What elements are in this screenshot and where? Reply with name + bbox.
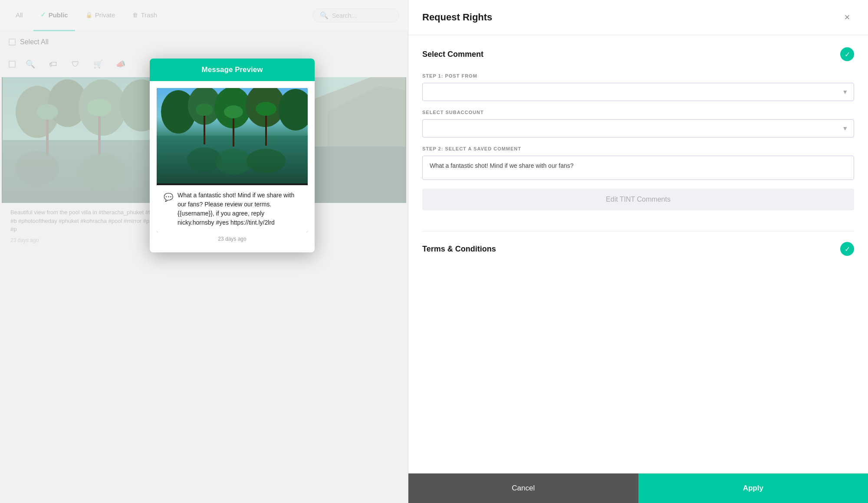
svg-point-41 xyxy=(247,149,286,173)
right-panel: Request Rights × Select Comment ✓ STEP 1… xyxy=(408,0,868,503)
panel-content: Select Comment ✓ STEP 1: POST FROM ▼ SEL… xyxy=(408,35,868,473)
search-box[interactable]: 🔍 xyxy=(312,8,399,23)
step1-label: STEP 1: POST FROM xyxy=(422,73,854,78)
svg-point-11 xyxy=(87,99,112,116)
preview-header: Message Preview xyxy=(150,59,315,81)
preview-image-svg xyxy=(157,88,308,183)
svg-point-9 xyxy=(36,104,58,120)
megaphone-icon[interactable]: 📣 xyxy=(113,56,128,72)
search-icon: 🔍 xyxy=(320,11,329,20)
select-all-checkbox[interactable] xyxy=(9,39,16,46)
grid-checkbox[interactable] xyxy=(9,61,16,68)
lock-icon: 🔒 xyxy=(85,12,92,18)
post-from-dropdown-wrapper: ▼ xyxy=(422,83,854,101)
close-button[interactable]: × xyxy=(840,10,854,24)
search-input[interactable] xyxy=(332,12,393,19)
subaccount-label: SELECT SUBACCOUNT xyxy=(422,110,854,115)
panel-header: Request Rights × xyxy=(408,0,868,35)
select-comment-label: Select Comment xyxy=(422,50,483,59)
terms-check: ✓ xyxy=(840,242,854,256)
shield-icon[interactable]: 🛡 xyxy=(68,56,83,72)
select-all-row: Select All xyxy=(0,31,408,53)
subaccount-select[interactable] xyxy=(422,119,854,137)
cancel-button[interactable]: Cancel xyxy=(408,474,638,503)
terms-section: Terms & Conditions ✓ xyxy=(422,231,854,256)
nav-item-private[interactable]: 🔒 Private xyxy=(79,0,122,31)
top-navigation: All ✓ Public 🔒 Private 🗑 Trash 🔍 xyxy=(0,0,408,31)
select-comment-section: Select Comment ✓ xyxy=(422,47,854,61)
terms-label: Terms & Conditions xyxy=(422,245,496,254)
panel-footer: Cancel Apply xyxy=(408,473,868,503)
edit-tint-comments-button[interactable]: Edit TINT Comments xyxy=(422,189,854,210)
preview-image-container: 💬 What a fantastic shot! Mind if we shar… xyxy=(157,88,308,232)
trash-icon: 🗑 xyxy=(132,12,138,18)
select-all-label: Select All xyxy=(20,38,49,46)
svg-point-34 xyxy=(196,104,213,116)
nav-label-public: Public xyxy=(49,11,68,19)
preview-timestamp: 23 days ago xyxy=(157,232,308,245)
tag-icon[interactable]: 🏷 xyxy=(45,56,61,72)
nav-label-all: All xyxy=(16,11,23,19)
svg-point-12 xyxy=(16,151,59,186)
step2-label: STEP 2: SELECT A SAVED COMMENT xyxy=(422,146,854,151)
cart-icon[interactable]: 🛒 xyxy=(90,56,106,72)
apply-button[interactable]: Apply xyxy=(638,474,868,503)
select-comment-check: ✓ xyxy=(840,47,854,61)
post-from-select[interactable] xyxy=(422,83,854,101)
nav-label-trash: Trash xyxy=(141,11,157,19)
message-bubble-icon: 💬 xyxy=(164,192,173,227)
message-preview-modal: Message Preview xyxy=(150,59,315,252)
preview-message: 💬 What a fantastic shot! Mind if we shar… xyxy=(157,185,308,232)
subaccount-dropdown-wrapper: ▼ xyxy=(422,119,854,137)
svg-point-36 xyxy=(224,105,243,118)
search-toolbar-icon[interactable]: 🔍 xyxy=(23,56,38,72)
svg-point-40 xyxy=(215,149,252,175)
nav-item-public[interactable]: ✓ Public xyxy=(33,0,75,31)
preview-title: Message Preview xyxy=(202,65,263,74)
panel-title: Request Rights xyxy=(422,12,492,23)
check-icon: ✓ xyxy=(40,11,46,19)
nav-label-private: Private xyxy=(95,11,115,19)
nav-item-trash[interactable]: 🗑 Trash xyxy=(125,0,164,31)
comment-textarea[interactable]: What a fantastic shot! Mind if we share … xyxy=(422,156,854,180)
preview-body: 💬 What a fantastic shot! Mind if we shar… xyxy=(150,81,315,252)
preview-message-text: What a fantastic shot! Mind if we share … xyxy=(178,191,301,227)
nav-item-all[interactable]: All xyxy=(9,0,30,31)
svg-point-13 xyxy=(79,153,126,192)
svg-point-38 xyxy=(256,102,276,116)
